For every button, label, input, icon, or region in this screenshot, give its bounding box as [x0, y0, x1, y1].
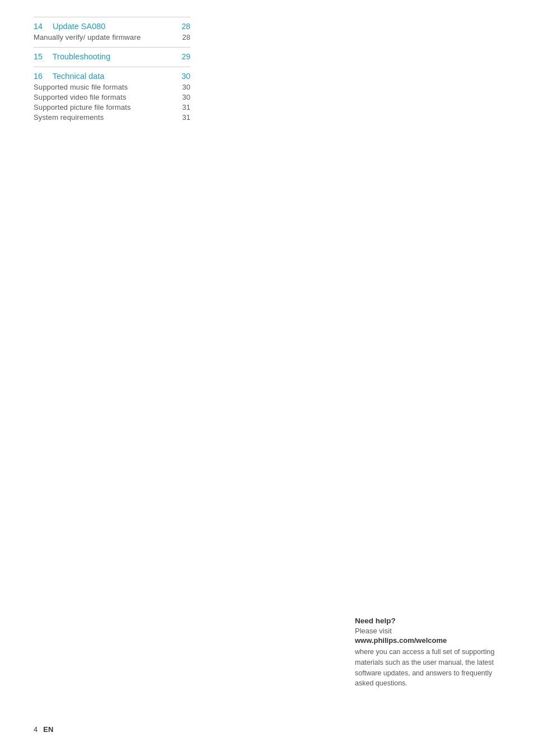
toc-sub-row-16-3: System requirements 31 [34, 113, 190, 122]
toc-row-14: 14 Update SA080 28 [34, 22, 190, 31]
please-visit-text: Please visit [355, 627, 500, 635]
need-help-heading: Need help? [355, 617, 500, 625]
toc-sub-page-14-0: 28 [174, 33, 190, 41]
section-label-15: Troubleshooting [53, 52, 110, 61]
toc-sub-label-16-1: Supported video file formats [34, 93, 127, 101]
toc-sub-row-16-1: Supported video file formats 30 [34, 93, 190, 101]
footer-page-number: 4 [34, 725, 38, 734]
divider-14 [34, 17, 190, 17]
section-num-14: 14 [34, 22, 50, 31]
section-num-15: 15 [34, 52, 50, 61]
section-label-14: Update SA080 [53, 22, 105, 31]
toc-page-15: 29 [174, 52, 190, 61]
section-label-16: Technical data [53, 72, 105, 81]
toc-row-16: 16 Technical data 30 [34, 72, 190, 81]
website-link[interactable]: www.philips.com/welcome [355, 636, 500, 645]
toc-title-16: 16 Technical data [34, 72, 104, 81]
help-box: Need help? Please visit www.philips.com/… [355, 617, 500, 689]
footer-language: EN [43, 725, 53, 734]
toc-sub-label-16-3: System requirements [34, 113, 104, 122]
toc-sub-row-14-0: Manually verify/ update firmware 28 [34, 33, 190, 41]
toc-title-15: 15 Troubleshooting [34, 52, 110, 61]
toc-sub-row-16-0: Supported music file formats 30 [34, 83, 190, 91]
help-description: where you can access a full set of suppo… [355, 647, 500, 689]
divider-16 [34, 67, 190, 67]
toc-sub-page-16-1: 30 [174, 93, 190, 101]
toc-section-15: 15 Troubleshooting 29 [34, 47, 190, 61]
toc-page-16: 30 [174, 72, 190, 81]
divider-15 [34, 47, 190, 48]
toc-content: 14 Update SA080 28 Manually verify/ upda… [0, 0, 224, 148]
toc-sub-page-16-2: 31 [174, 103, 190, 111]
footer: 4 EN [34, 725, 53, 734]
toc-section-14: 14 Update SA080 28 Manually verify/ upda… [34, 17, 190, 41]
toc-page-14: 28 [174, 22, 190, 31]
toc-sub-label-14-0: Manually verify/ update firmware [34, 33, 140, 41]
toc-title-14: 14 Update SA080 [34, 22, 105, 31]
toc-sub-label-16-0: Supported music file formats [34, 83, 128, 91]
toc-section-16: 16 Technical data 30 Supported music fil… [34, 67, 190, 122]
toc-sub-page-16-3: 31 [174, 113, 190, 122]
toc-sub-label-16-2: Supported picture file formats [34, 103, 131, 111]
section-num-16: 16 [34, 72, 50, 81]
toc-sub-page-16-0: 30 [174, 83, 190, 91]
toc-row-15: 15 Troubleshooting 29 [34, 52, 190, 61]
toc-sub-row-16-2: Supported picture file formats 31 [34, 103, 190, 111]
